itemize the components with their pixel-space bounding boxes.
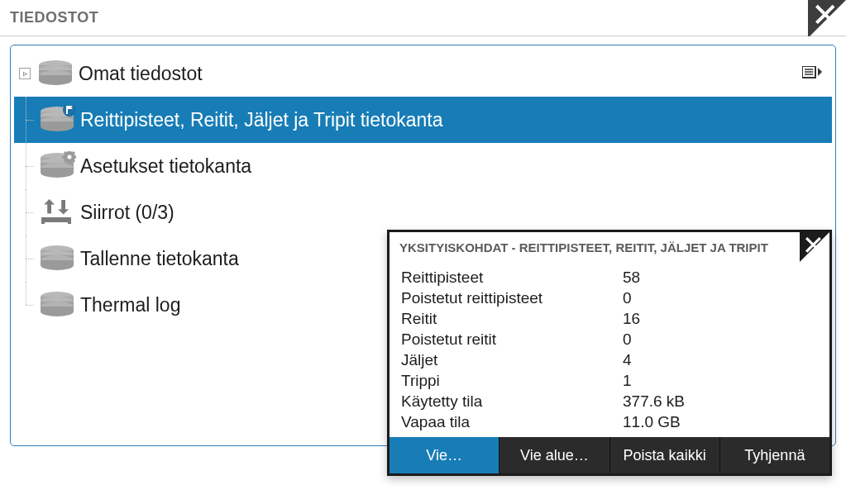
tree-item-transfers[interactable]: Siirrot (0/3) — [14, 189, 832, 235]
close-icon: ✕ — [811, 0, 840, 33]
tree-item-my-files[interactable]: ▹ Omat tiedostot — [14, 50, 832, 97]
detail-row: Poistetut reittipisteet0 — [401, 288, 818, 308]
details-popup: YKSITYISKOHDAT - REITTIPISTEET, REITIT, … — [387, 230, 832, 476]
detail-row: Vapaa tila11.0 GB — [401, 411, 818, 432]
database-icon — [38, 290, 76, 320]
detail-row: Trippi1 — [401, 370, 818, 391]
database-icon — [38, 244, 76, 273]
list-chevron-icon[interactable] — [801, 63, 824, 84]
database-gear-icon — [38, 151, 76, 181]
tree-connector — [19, 143, 34, 189]
export-region-button[interactable]: Vie alue… — [499, 437, 609, 473]
tree-connector — [19, 235, 34, 282]
detail-row: Reitit16 — [401, 308, 818, 329]
tree-item-label: Asetukset tietokanta — [80, 155, 824, 178]
database-flag-icon — [38, 105, 76, 135]
tree-item-label: Siirrot (0/3) — [80, 202, 824, 224]
tree-item-settings-db[interactable]: Asetukset tietokanta — [14, 143, 832, 189]
details-body: Reittipisteet58 Poistetut reittipisteet0… — [390, 262, 829, 437]
delete-all-button[interactable]: Poista kaikki — [610, 437, 720, 473]
tree-connector — [19, 282, 34, 328]
transfer-icon — [38, 197, 76, 227]
purge-button[interactable]: Tyhjennä — [720, 437, 829, 473]
window-title: TIEDOSTOT — [10, 9, 98, 26]
details-footer: Vie… Vie alue… Poista kaikki Tyhjennä — [390, 437, 829, 473]
details-header: YKSITYISKOHDAT - REITTIPISTEET, REITIT, … — [390, 232, 829, 262]
close-icon: ✕ — [802, 232, 824, 261]
detail-row: Poistetut reitit0 — [401, 329, 818, 349]
tree-connector — [19, 189, 34, 235]
tree-item-waypoints-db[interactable]: Reittipisteet, Reitit, Jäljet ja Tripit … — [14, 97, 832, 143]
detail-row: Käytetty tila377.6 kB — [401, 391, 818, 411]
tree-connector — [19, 97, 34, 143]
window-header: TIEDOSTOT ✕ — [0, 0, 846, 36]
detail-row: Jäljet4 — [401, 349, 818, 370]
tree-item-label: Reittipisteet, Reitit, Jäljet ja Tripit … — [80, 109, 824, 131]
tree-item-label: Omat tiedostot — [79, 63, 801, 85]
details-title: YKSITYISKOHDAT - REITTIPISTEET, REITIT, … — [399, 240, 768, 254]
close-button[interactable]: ✕ — [772, 0, 846, 36]
export-button[interactable]: Vie… — [390, 437, 499, 473]
detail-row: Reittipisteet58 — [401, 267, 818, 288]
database-icon — [36, 59, 74, 88]
expand-toggle[interactable]: ▹ — [19, 68, 31, 79]
details-close-button[interactable]: ✕ — [772, 232, 829, 262]
